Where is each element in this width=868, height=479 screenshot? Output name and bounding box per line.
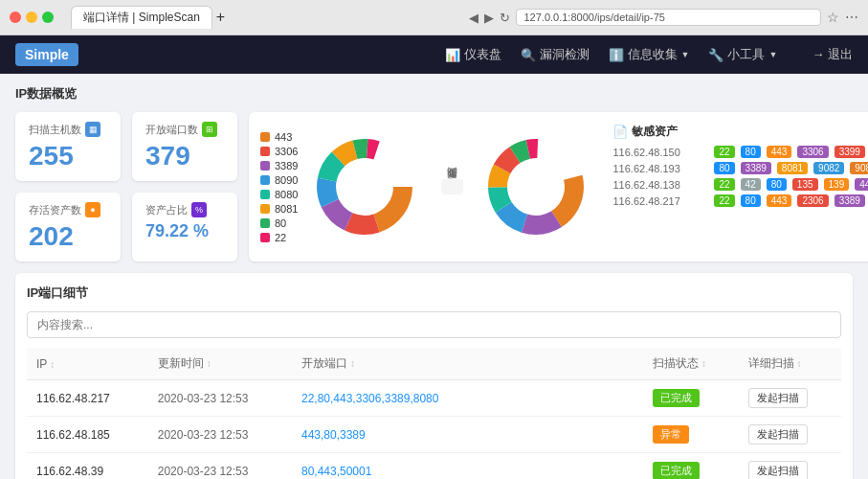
port-tag[interactable]: 3306 — [797, 146, 828, 158]
sort-scan[interactable]: ↕ — [797, 358, 802, 369]
cell-status: 异常 — [643, 417, 739, 453]
port-tag[interactable]: 22 — [714, 146, 734, 158]
col-status: 扫描状态↕ — [643, 348, 739, 380]
ratio-icon: % — [191, 202, 207, 217]
table-row: 116.62.48.185 2020-03-23 12:53 443,80,33… — [27, 417, 841, 453]
port-link[interactable]: 80,443,50001 — [301, 465, 371, 478]
overview-title: IP数据概览 — [15, 85, 853, 103]
stat-value-port: 379 — [145, 141, 224, 171]
chart2-area: 服务类别 — [441, 124, 593, 250]
port-tag[interactable]: 22 — [714, 178, 734, 191]
sort-status[interactable]: ↕ — [701, 358, 706, 369]
port-section: IP端口细节 IP↕ 更新时间↕ 开放端口↕ 扫描状态↕ 详细扫描↕ 116.6… — [15, 273, 853, 479]
search-input[interactable] — [27, 311, 841, 338]
stat-value-alive: 202 — [29, 221, 107, 252]
charts-section: 443 3306 3389 8090 8080 8081 80 22 — [249, 112, 868, 262]
port-link[interactable]: 443,80,3389 — [301, 428, 366, 442]
port-tag[interactable]: 443 — [767, 146, 792, 158]
cell-time: 2020-03-23 12:53 — [148, 417, 292, 453]
reload-icon[interactable]: ↻ — [500, 11, 510, 25]
asset-ip: 116.62.48.138 — [612, 179, 708, 191]
menu-icon[interactable]: ⋯ — [845, 10, 858, 25]
window-controls — [10, 11, 54, 23]
cell-ip: 116.62.48.185 — [27, 417, 148, 453]
legend-8080: 8080 — [260, 189, 298, 200]
donut-chart-2 — [479, 129, 593, 244]
asset-row: 116.62.48.1938033898081908290858090 — [612, 162, 868, 174]
port-tag[interactable]: 3399 — [835, 146, 865, 158]
tools-dropdown-icon: ▼ — [768, 50, 777, 59]
port-link[interactable]: 22,80,443,3306,3389,8080 — [301, 392, 438, 405]
vertical-service-label: 服务类别 — [441, 179, 463, 194]
scan-button[interactable]: 发起扫描 — [748, 461, 808, 479]
port-tag[interactable]: 22 — [714, 194, 734, 207]
new-tab-button[interactable]: + — [216, 9, 225, 26]
port-tag[interactable]: 8081 — [777, 162, 808, 174]
bookmark-icon[interactable]: ☆ — [827, 10, 839, 25]
chart-legend: 443 3306 3389 8090 8080 8081 80 22 — [260, 131, 298, 243]
back-icon[interactable]: ◀ — [469, 11, 479, 25]
port-tag[interactable]: 80 — [741, 194, 761, 207]
sort-time[interactable]: ↕ — [207, 358, 211, 369]
table-row: 116.62.48.217 2020-03-23 12:53 22,80,443… — [27, 380, 841, 417]
dashboard-icon: 📊 — [445, 48, 460, 62]
cell-status: 已完成 — [643, 453, 739, 480]
asset-row: 116.62.48.1502280443330633998080 — [612, 146, 868, 158]
scan-button[interactable]: 发起扫描 — [748, 424, 808, 445]
port-tag[interactable]: 135 — [792, 178, 818, 191]
asset-ip: 116.62.48.217 — [612, 195, 708, 207]
alive-icon: ● — [85, 202, 100, 217]
port-tag[interactable]: 42 — [741, 178, 761, 191]
cell-scan: 发起扫描 — [739, 380, 841, 417]
forward-icon[interactable]: ▶ — [484, 11, 494, 25]
minimize-dot[interactable] — [26, 11, 37, 23]
col-ports: 开放端口↕ — [292, 348, 643, 380]
svg-point-8 — [341, 163, 389, 211]
scan-button[interactable]: 发起扫描 — [748, 388, 808, 408]
port-tag[interactable]: 9085 — [850, 162, 868, 174]
nav-tools[interactable]: 🔧 小工具 ▼ — [708, 46, 777, 63]
port-tag[interactable]: 443 — [767, 194, 792, 207]
status-badge: 异常 — [653, 425, 689, 444]
port-tag[interactable]: 3389 — [835, 194, 865, 207]
asset-ip: 116.62.48.193 — [612, 163, 708, 174]
info-icon: ℹ️ — [609, 48, 624, 62]
cell-ports: 22,80,443,3306,3389,8080 — [292, 380, 643, 417]
status-badge: 已完成 — [653, 389, 700, 407]
port-tag[interactable]: 80 — [767, 178, 787, 191]
maximize-dot[interactable] — [42, 11, 54, 23]
sort-ports[interactable]: ↕ — [350, 358, 355, 369]
dropdown-icon: ▼ — [681, 50, 690, 59]
url-bar[interactable]: 127.0.0.1:8000/ips/detail/ip-75 — [516, 9, 822, 26]
cell-scan: 发起扫描 — [739, 453, 841, 480]
close-dot[interactable] — [10, 11, 21, 23]
doc-icon: 📄 — [612, 125, 628, 139]
cell-ip: 116.62.48.217 — [27, 380, 148, 417]
port-tag[interactable]: 445 — [855, 178, 868, 191]
cell-ports: 80,443,50001 — [292, 453, 643, 480]
scan-icon: ▦ — [85, 122, 100, 137]
sensitive-title: 敏感资产 — [632, 124, 678, 140]
table-header: IP↕ 更新时间↕ 开放端口↕ 扫描状态↕ 详细扫描↕ — [27, 348, 841, 380]
asset-row: 116.62.48.138224280135139445 — [612, 178, 868, 191]
cell-status: 已完成 — [643, 380, 739, 417]
port-tag[interactable]: 9082 — [813, 162, 844, 174]
nav-info[interactable]: ℹ️ 信息收集 ▼ — [609, 46, 690, 63]
port-tag[interactable]: 139 — [824, 178, 850, 191]
port-tag[interactable]: 80 — [714, 162, 734, 174]
exit-button[interactable]: → 退出 — [812, 46, 853, 63]
active-tab[interactable]: 端口详情 | SimpleScan — [71, 6, 212, 29]
port-tag[interactable]: 80 — [741, 146, 761, 158]
table-body: 116.62.48.217 2020-03-23 12:53 22,80,443… — [27, 380, 841, 480]
cell-time: 2020-03-23 12:53 — [148, 380, 292, 417]
nav-dashboard[interactable]: 📊 仪表盘 — [445, 46, 501, 63]
nav-vuln[interactable]: 🔍 漏洞检测 — [521, 46, 590, 63]
stat-label-port: 开放端口数 ⊞ — [145, 122, 224, 137]
port-icon: ⊞ — [202, 122, 217, 137]
port-tag[interactable]: 3389 — [741, 162, 771, 174]
cell-scan: 发起扫描 — [739, 417, 841, 453]
exit-icon: → — [812, 47, 824, 61]
port-tag[interactable]: 2306 — [797, 194, 828, 207]
col-scan: 详细扫描↕ — [739, 348, 841, 380]
sort-ip[interactable]: ↕ — [50, 359, 55, 370]
